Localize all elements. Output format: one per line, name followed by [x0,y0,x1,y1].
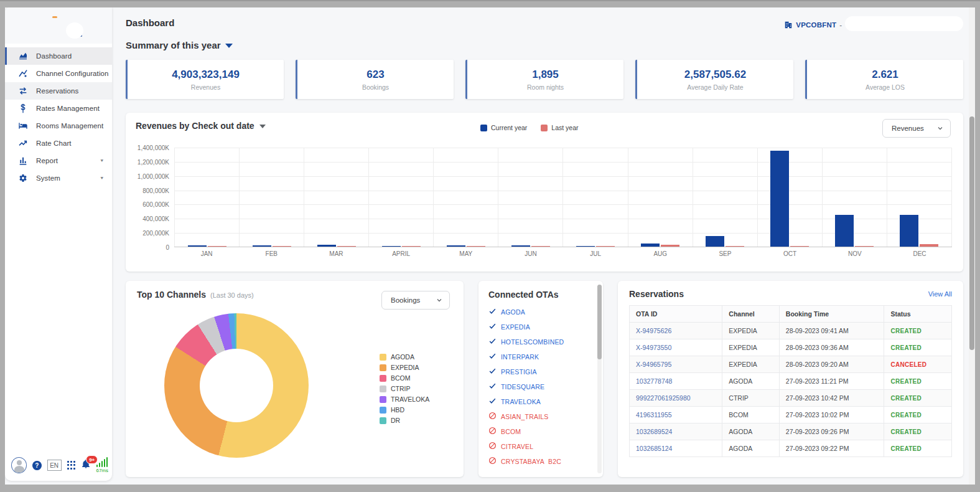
legend-item: Current year [480,124,527,131]
ota-id-link[interactable]: 4196311955 [630,407,722,423]
y-tick-label: 400,000K [142,215,169,222]
bar-last-year [402,246,421,247]
bar-group-oct [757,148,822,247]
y-tick-label: 600,000K [142,201,169,208]
sidebar-item-label: System [36,174,60,182]
channels-metric-select[interactable]: Bookings [381,291,450,310]
report-icon [17,156,28,166]
ota-id-link[interactable]: 1032689524 [630,423,722,440]
revenue-chart-title-dropdown[interactable]: Revenues by Check out date [136,121,266,131]
bar-current-year [770,151,789,247]
donut-legend-item-traveloka: TRAVELOKA [380,395,429,403]
app-logo [5,7,112,44]
help-icon[interactable]: ? [32,461,41,470]
ota-scrollbar[interactable] [597,285,602,473]
ota-item-citravel[interactable]: CITRAVEL [488,442,603,451]
y-tick-label: 1,400,000K [138,144,169,151]
latency-indicator: 67ms [96,457,108,473]
card-value: 2,587,505.62 [684,69,746,81]
check-icon [488,352,497,361]
ota-name: TRAVELOKA [501,398,541,405]
column-header-status: Status [884,306,952,323]
booking-time-cell: 27-09-2023 11:21 PM [779,373,884,390]
table-row: 1032778748AGODA27-09-2023 11:21 PMCREATE… [630,373,952,390]
status-badge: CREATED [884,407,952,423]
donut-legend-item-dr: DR [380,417,429,424]
sidebar-item-system[interactable]: System▾ [5,169,112,187]
notifications-bell-icon[interactable]: 9+ [81,459,91,471]
ota-item-crystabaya_b2c[interactable]: CRYSTABAYA_B2C [488,457,603,464]
reservations-table: OTA IDChannelBooking TimeStatus X-949756… [629,305,952,457]
x-tick-label: JUL [563,247,628,257]
sidebar-item-rooms-management[interactable]: Rooms Management [5,117,112,135]
account-selector[interactable]: VPCOBFNT - [784,19,963,31]
ota-name: CITRAVEL [501,443,533,450]
status-badge: CREATED [884,440,952,457]
sidebar-item-rate-chart[interactable]: Rate Chart [5,135,112,152]
connected-otas-title: Connected OTAs [488,290,603,300]
select-value: Revenues [892,125,924,132]
user-avatar[interactable] [11,457,27,473]
ota-name: AGODA [501,308,525,316]
page-scrollbar-thumb[interactable] [969,116,974,350]
ota-item-asian_trails[interactable]: ASIAN_TRAILS [488,412,603,421]
bar-group-sep [693,148,757,247]
sidebar-item-rates-management[interactable]: Rates Management [5,100,112,117]
ota-name: CRYSTABAYA_B2C [501,458,561,465]
summary-card-average-daily-rate: 2,587,505.62Average Daily Rate [635,60,793,99]
ota-item-tidesquare[interactable]: TIDESQUARE [488,382,603,391]
ota-item-prestigia[interactable]: PRESTIGIA [488,367,603,376]
bar-current-year [576,246,595,247]
bar-group-aug [628,148,693,247]
sidebar-item-label: Dashboard [36,52,72,60]
bar-current-year [641,244,660,247]
ota-item-bcom[interactable]: BCOM [488,427,603,436]
ota-id-link[interactable]: 1032778748 [630,373,722,390]
bar-last-year [726,246,744,247]
sidebar-item-reservations[interactable]: Reservations [5,82,112,100]
donut-legend-item-hbd: HBD [380,406,429,414]
ota-item-agoda[interactable]: AGODA [488,307,603,316]
ota-item-interpark[interactable]: INTERPARK [488,352,603,361]
ota-id-link[interactable]: 1032685124 [630,440,722,457]
ota-item-expedia[interactable]: EXPEDIA [488,322,603,331]
ota-id-link[interactable]: X-94965795 [630,356,722,373]
card-value: 623 [366,69,384,81]
revenue-metric-select[interactable]: Revenues [882,119,951,138]
view-all-link[interactable]: View All [928,290,952,298]
x-tick-label: APRIL [369,247,434,257]
donut-legend-item-expedia: EXPEDIA [380,364,429,371]
booking-time-cell: 27-09-2023 10:02 PM [779,407,884,423]
bar-last-year [273,246,291,247]
channel-config-icon [17,69,28,79]
y-axis: 1,400,000K1,200,000K1,000,000K800,000K60… [136,148,174,247]
period-selector[interactable]: Summary of this year [126,40,963,50]
ota-item-traveloka[interactable]: TRAVELOKA [488,397,603,406]
ota-id-link[interactable]: X-94973550 [630,339,722,356]
bar-last-year [920,244,938,247]
donut-legend: AGODAEXPEDIABCOMCTRIPTRAVELOKAHBDDR [380,353,429,424]
plot-area [174,148,952,247]
status-badge: CREATED [884,323,952,339]
legend-label: Last year [551,124,578,131]
x-tick-label: SEP [693,247,757,257]
sidebar-item-channel-configuration[interactable]: Channel Configuration [5,65,112,82]
rate-chart-icon [17,138,28,149]
ota-item-hotelscombined[interactable]: HOTELSCOMBINED [488,337,603,346]
status-badge: CANCELED [884,356,952,373]
bar-current-year [317,245,336,247]
bar-last-year [661,245,679,247]
bar-current-year [253,245,271,247]
ota-id-link[interactable]: 999227061925980 [630,390,722,407]
language-selector[interactable]: EN [47,460,62,471]
sidebar-item-dashboard[interactable]: Dashboard [5,47,112,65]
apps-grid-icon[interactable] [67,461,75,470]
sidebar-item-label: Reservations [36,87,78,95]
channel-cell: AGODA [722,423,779,440]
chevron-down-icon: ▾ [100,158,103,163]
sidebar-item-report[interactable]: Report▾ [5,152,112,169]
ota-id-link[interactable]: X-94975626 [630,323,722,339]
bar-group-jan [174,148,239,247]
page-scrollbar[interactable] [969,7,975,485]
ota-scrollbar-thumb[interactable] [597,285,602,359]
